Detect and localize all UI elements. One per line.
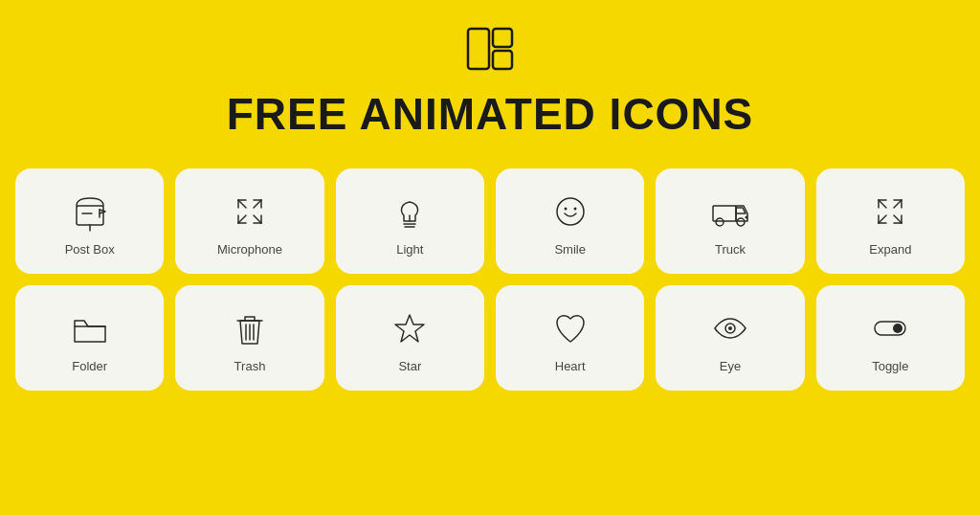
truck-icon xyxy=(709,190,751,233)
star-label: Star xyxy=(398,359,421,373)
heart-label: Heart xyxy=(555,359,586,373)
expand-icon xyxy=(869,190,911,233)
icon-card-microphone[interactable]: Microphone xyxy=(175,168,323,274)
icon-card-truck[interactable]: Truck xyxy=(656,168,804,274)
svg-rect-13 xyxy=(713,206,736,221)
smile-label: Smile xyxy=(554,242,586,257)
icons-grid-row2: Folder Trash xyxy=(0,285,980,391)
icon-card-heart[interactable]: Heart xyxy=(496,285,644,391)
svg-point-12 xyxy=(573,207,576,210)
icon-card-smile[interactable]: Smile xyxy=(496,168,644,274)
svg-rect-0 xyxy=(468,29,489,69)
logo xyxy=(464,23,516,78)
light-icon xyxy=(389,190,431,233)
icon-card-eye[interactable]: Eye xyxy=(656,285,804,391)
svg-point-10 xyxy=(557,198,584,225)
toggle-icon xyxy=(869,307,911,349)
eye-label: Eye xyxy=(720,359,741,373)
svg-marker-21 xyxy=(395,315,424,342)
icon-card-trash[interactable]: Trash xyxy=(175,285,323,391)
svg-point-14 xyxy=(716,218,724,226)
page-wrapper: FREE ANIMATED ICONS Pos xyxy=(0,0,980,515)
smile-icon xyxy=(549,190,591,233)
svg-point-16 xyxy=(745,215,747,218)
post-box-label: Post Box xyxy=(65,242,115,257)
star-icon xyxy=(389,307,431,349)
icon-card-post-box[interactable]: Post Box xyxy=(15,168,164,274)
light-label: Light xyxy=(396,242,423,257)
svg-rect-2 xyxy=(493,51,512,69)
icon-card-light[interactable]: Light xyxy=(336,168,484,274)
icon-card-folder[interactable]: Folder xyxy=(15,285,164,391)
heart-icon xyxy=(549,307,591,349)
trash-icon xyxy=(229,307,271,349)
icon-card-toggle[interactable]: Toggle xyxy=(816,285,965,391)
page-title: FREE ANIMATED ICONS xyxy=(227,88,754,140)
microphone-label: Microphone xyxy=(217,242,282,257)
svg-point-15 xyxy=(737,218,745,226)
icon-card-expand[interactable]: Expand xyxy=(816,168,965,274)
svg-rect-1 xyxy=(493,29,512,47)
folder-label: Folder xyxy=(72,359,107,373)
icons-grid-row1: Post Box Micro xyxy=(0,168,980,274)
toggle-label: Toggle xyxy=(872,359,908,373)
expand-label: Expand xyxy=(869,242,911,257)
eye-icon xyxy=(709,307,751,349)
trash-label: Trash xyxy=(234,359,266,373)
folder-icon xyxy=(69,307,111,349)
svg-point-25 xyxy=(893,324,902,333)
post-box-icon xyxy=(69,190,111,233)
svg-point-23 xyxy=(728,326,732,330)
svg-point-11 xyxy=(564,207,567,210)
microphone-icon xyxy=(229,190,271,233)
truck-label: Truck xyxy=(715,242,746,257)
icon-card-star[interactable]: Star xyxy=(336,285,484,391)
